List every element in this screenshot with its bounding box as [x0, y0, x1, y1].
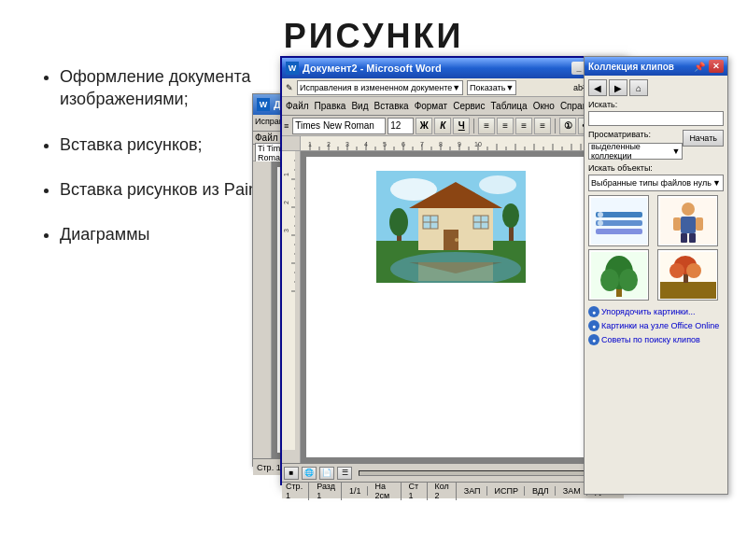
word-icon: W — [286, 62, 299, 75]
word-left-ruler: 1 2 3 — [282, 151, 301, 463]
view-print-button[interactable]: 📄 — [319, 467, 334, 480]
ruler-main: // ticks drawn via CSS/SVG inline — [301, 136, 624, 150]
word-bottom-toolbar: ■ 🌐 📄 ☰ — [282, 463, 624, 482]
svg-point-104 — [686, 263, 701, 278]
svg-point-76 — [389, 208, 408, 236]
word-format-toolbar: ≡ Ж К Ч ≡ ≡ ≡ ≡ ① •≡ — [282, 116, 624, 136]
clipart-close-button[interactable]: ✕ — [709, 60, 724, 73]
status-rec: ЗАП — [464, 486, 487, 496]
status-pos: На 2см — [375, 482, 402, 500]
svg-point-103 — [669, 263, 684, 278]
online-icon: ● — [588, 320, 599, 331]
svg-text:6: 6 — [402, 141, 405, 147]
bold-button[interactable]: Ж — [416, 118, 432, 134]
svg-text:2: 2 — [327, 141, 331, 147]
separator — [473, 119, 474, 133]
menu-file[interactable]: Файл — [286, 101, 309, 111]
menu-format[interactable]: Формат — [415, 101, 448, 111]
style-icon: ≡ — [284, 121, 289, 131]
word-status-bar: Стр. 1 Разд 1 1/1 На 2см Ст 1 Кол 2 ЗАП … — [282, 482, 624, 498]
font-name-input[interactable] — [292, 118, 386, 134]
svg-text:4: 4 — [364, 141, 368, 147]
review-dropdown[interactable]: Исправления в измененном документе▼ — [297, 80, 463, 95]
clipart-organize-link[interactable]: ● Упорядочить картинки... — [588, 306, 724, 317]
svg-rect-89 — [681, 217, 696, 233]
menu-edit[interactable]: Правка — [315, 101, 346, 111]
word-back-left-panel — [253, 161, 272, 458]
numbering-button[interactable]: ① — [559, 118, 576, 134]
clipart-home-button[interactable]: ⌂ — [629, 79, 648, 96]
align-center-button[interactable]: ≡ — [497, 118, 514, 134]
status-isp: ИСПР — [495, 486, 525, 496]
menu-insert[interactable]: Вставка — [374, 101, 408, 111]
clip-item-1[interactable] — [588, 195, 649, 246]
clipart-title: Коллекция клипов — [588, 62, 690, 72]
clipart-body: ◀ ▶ ⌂ Искать: Начать Просматривать: выде… — [585, 76, 727, 352]
svg-text:3: 3 — [345, 141, 349, 147]
status-vdl: ВДЛ — [532, 486, 556, 496]
svg-text:10: 10 — [474, 141, 482, 147]
horizontal-scrollbar[interactable] — [359, 470, 618, 476]
svg-text:9: 9 — [458, 141, 461, 147]
word-review-bar: ✎ Исправления в измененном документе▼ По… — [282, 78, 624, 97]
word-ruler: // ticks drawn via CSS/SVG inline — [282, 136, 624, 151]
view-web-button[interactable]: 🌐 — [302, 467, 317, 480]
status-line: Ст 1 — [409, 482, 428, 500]
svg-point-68 — [455, 238, 458, 242]
slide: РИСУНКИ Оформление документа изображения… — [0, 0, 747, 560]
menu-window[interactable]: Окно — [533, 101, 555, 111]
align-left-button[interactable]: ≡ — [478, 118, 495, 134]
svg-rect-92 — [681, 233, 687, 243]
back-menu-file[interactable]: Файл — [255, 133, 278, 143]
svg-point-88 — [682, 203, 695, 216]
align-justify-button[interactable]: ≡ — [534, 118, 551, 134]
svg-text:3: 3 — [283, 229, 289, 232]
show-dropdown[interactable]: Показать▼ — [467, 80, 516, 95]
clipart-titlebar: Коллекция клипов 📌 ✕ — [585, 57, 727, 76]
align-right-button[interactable]: ≡ — [515, 118, 532, 134]
clipart-back-button[interactable]: ◀ — [588, 79, 607, 96]
clipart-forward-button[interactable]: ▶ — [609, 79, 627, 96]
svg-point-98 — [619, 269, 638, 291]
clipart-panel: Коллекция клипов 📌 ✕ ◀ ▶ ⌂ Искать: Начат… — [584, 56, 728, 495]
clipart-search-row: Искать: Начать — [588, 100, 724, 126]
word-page-content — [306, 157, 605, 457]
view-normal-button[interactable]: ■ — [284, 467, 299, 480]
clip-item-4[interactable] — [657, 249, 718, 301]
underline-button[interactable]: Ч — [453, 118, 470, 134]
italic-button[interactable]: К — [434, 118, 451, 134]
svg-text:7: 7 — [420, 141, 424, 147]
svg-rect-41 — [282, 151, 295, 450]
clipart-online-link[interactable]: ● Картинки на узле Office Online — [588, 320, 724, 331]
svg-text:2: 2 — [283, 201, 289, 204]
menu-view[interactable]: Вид — [351, 101, 368, 111]
svg-point-86 — [598, 220, 603, 226]
svg-rect-84 — [596, 229, 642, 234]
tips-icon: ● — [588, 334, 599, 345]
word-titlebar: W Документ2 - Microsoft Word _ □ ✕ — [282, 58, 624, 78]
font-size-input[interactable] — [388, 118, 414, 134]
clipart-search-label: Искать: — [588, 100, 724, 109]
clipart-pin-button[interactable]: 📌 — [692, 60, 707, 73]
clipart-search-input[interactable] — [588, 111, 724, 126]
status-section: Разд 1 — [317, 482, 342, 500]
clipart-tips-link[interactable]: ● Советы по поиску клипов — [588, 334, 724, 345]
svg-text:1: 1 — [308, 141, 312, 147]
svg-point-97 — [600, 269, 619, 291]
svg-rect-90 — [673, 217, 681, 231]
svg-point-62 — [479, 175, 516, 194]
clipart-footer: ● Упорядочить картинки... ● Картинки на … — [588, 306, 724, 345]
menu-service[interactable]: Сервис — [453, 101, 485, 111]
clipart-grid — [588, 195, 724, 301]
clipart-browse-dropdown[interactable]: выделенные коллекции ▼ — [588, 143, 683, 160]
svg-rect-100 — [660, 282, 716, 299]
slide-title: РИСУНКИ — [0, 0, 747, 56]
clip-item-2[interactable] — [657, 195, 718, 246]
svg-rect-91 — [696, 217, 703, 231]
clipart-start-button[interactable]: Начать — [683, 130, 724, 147]
clip-item-3[interactable] — [588, 249, 649, 301]
separator2 — [555, 119, 556, 133]
view-outline-button[interactable]: ☰ — [337, 467, 352, 480]
menu-table[interactable]: Таблица — [490, 101, 527, 111]
clipart-types-dropdown[interactable]: Выбранные типы файлов нуль ▼ — [588, 175, 724, 191]
